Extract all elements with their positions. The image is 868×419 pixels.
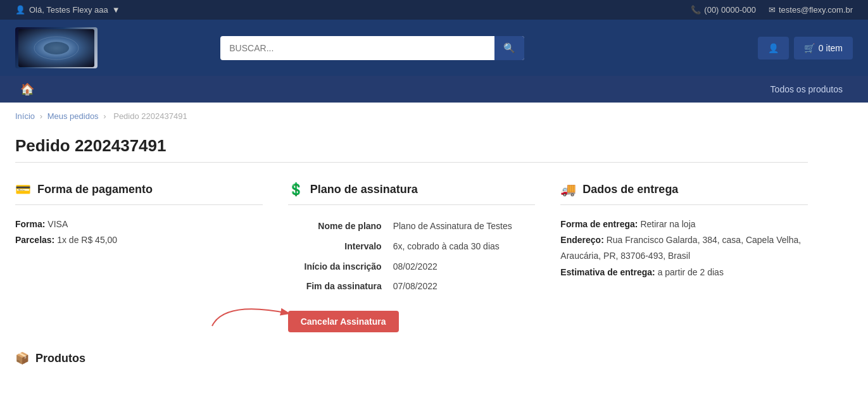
delivery-forma: Forma de entrega: Retirar na loja	[560, 216, 808, 232]
title-divider	[15, 162, 808, 163]
arrow-svg	[206, 294, 294, 332]
breadcrumb-sep1: ›	[40, 111, 42, 121]
all-products-link[interactable]: Todos os produtos	[760, 78, 853, 101]
phone-number: (00) 0000-000	[704, 5, 756, 15]
user-icon: 👤	[15, 5, 25, 15]
subscription-divider	[288, 204, 536, 205]
subscription-row-label: Início da inscrição	[288, 257, 389, 277]
phone-icon: 📞	[691, 5, 701, 15]
payment-parcelas-label: Parcelas:	[15, 235, 54, 245]
delivery-divider	[560, 204, 808, 205]
delivery-body: Forma de entrega: Retirar na loja Endere…	[560, 216, 808, 280]
subscription-table-row: Intervalo 6x, cobrado à cada 30 dias	[288, 237, 536, 257]
email-address: testes@flexy.com.br	[779, 5, 853, 15]
delivery-estimativa: Estimativa de entrega: a partir de 2 dia…	[560, 265, 808, 280]
subscription-section-header: 💲 Plano de assinatura	[288, 182, 536, 197]
delivery-estimativa-label: Estimativa de entrega:	[560, 267, 655, 277]
breadcrumb-current: Pedido 2202437491	[113, 111, 187, 121]
svg-point-2	[44, 42, 69, 54]
payment-section: 💳 Forma de pagamento Forma: VISA Parcela…	[15, 182, 263, 248]
subscription-row-value: 6x, cobrado à cada 30 dias	[389, 237, 536, 257]
home-icon[interactable]: 🏠	[15, 76, 39, 103]
delivery-icon: 🚚	[560, 182, 576, 197]
delivery-estimativa-value: a partir de 2 dias	[658, 267, 724, 277]
subscription-row-label: Fim da assinatura	[288, 277, 389, 297]
produtos-title: Produtos	[35, 352, 85, 365]
top-bar: 👤 Olá, Testes Flexy aaa ▼ 📞 (00) 0000-00…	[0, 0, 868, 20]
cart-button[interactable]: 🛒 0 item	[794, 37, 853, 59]
payment-forma-value: VISA	[47, 219, 68, 229]
payment-forma: Forma: VISA	[15, 216, 263, 232]
top-bar-left: 👤 Olá, Testes Flexy aaa ▼	[15, 5, 120, 15]
cancel-area: Cancelar Assinatura	[288, 311, 536, 332]
email-icon: ✉	[769, 5, 776, 15]
delivery-title: Dados de entrega	[582, 183, 678, 196]
subscription-table-row: Nome de plano Plano de Assinatura de Tes…	[288, 216, 536, 237]
payment-parcelas: Parcelas: 1x de R$ 45,00	[15, 232, 263, 248]
header-actions: 👤 🛒 0 item	[758, 37, 853, 59]
delivery-section: 🚚 Dados de entrega Forma de entrega: Ret…	[560, 182, 808, 280]
cart-count: 0 item	[819, 43, 843, 53]
header: 🔍 👤 🛒 0 item	[0, 20, 868, 76]
subscription-row-label: Nome de plano	[288, 216, 389, 237]
user-greeting[interactable]: 👤 Olá, Testes Flexy aaa ▼	[15, 5, 120, 15]
breadcrumb-orders[interactable]: Meus pedidos	[47, 111, 99, 121]
subscription-row-value: 07/08/2022	[389, 277, 536, 297]
cancel-btn-wrapper: Cancelar Assinatura	[288, 311, 399, 332]
payment-parcelas-value: 1x de R$ 45,00	[57, 235, 117, 245]
search-icon: 🔍	[503, 42, 515, 53]
logo[interactable]	[15, 27, 97, 68]
delivery-endereco-label: Endereço:	[560, 235, 603, 245]
subscription-icon: 💲	[288, 182, 304, 197]
nav-bar: 🏠 Todos os produtos	[0, 76, 868, 103]
cancel-subscription-button[interactable]: Cancelar Assinatura	[288, 311, 399, 332]
greeting-text: Olá, Testes Flexy aaa	[29, 5, 108, 15]
account-icon: 👤	[768, 43, 779, 53]
payment-title: Forma de pagamento	[37, 183, 153, 196]
breadcrumb-sep2: ›	[103, 111, 106, 121]
sections-row: 💳 Forma de pagamento Forma: VISA Parcela…	[15, 182, 808, 332]
subscription-table-row: Fim da assinatura 07/08/2022	[288, 277, 536, 297]
breadcrumb-home[interactable]: Início	[15, 111, 35, 121]
subscription-table-row: Início da inscrição 08/02/2022	[288, 257, 536, 277]
nav-links: Todos os produtos	[760, 78, 853, 101]
payment-body: Forma: VISA Parcelas: 1x de R$ 45,00	[15, 216, 263, 248]
delivery-forma-value: Retirar na loja	[640, 219, 695, 229]
payment-icon: 💳	[15, 182, 31, 197]
delivery-endereco: Endereço: Rua Francisco Galarda, 384, ca…	[560, 232, 808, 264]
subscription-body: Nome de plano Plano de Assinatura de Tes…	[288, 216, 536, 332]
produtos-header: 📦 Produtos	[15, 351, 808, 365]
payment-section-header: 💳 Forma de pagamento	[15, 182, 263, 197]
page-content: Pedido 2202437491 💳 Forma de pagamento F…	[0, 126, 823, 398]
search-button[interactable]: 🔍	[494, 36, 524, 60]
subscription-row-value: Plano de Assinatura de Testes	[389, 216, 536, 237]
produtos-section: 📦 Produtos	[15, 351, 808, 365]
payment-forma-label: Forma:	[15, 219, 45, 229]
phone-info: 📞 (00) 0000-000	[691, 5, 756, 15]
user-account-button[interactable]: 👤	[758, 37, 789, 59]
payment-divider	[15, 204, 263, 205]
cart-icon: 🛒	[804, 43, 815, 53]
page-title: Pedido 2202437491	[15, 136, 808, 156]
email-info: ✉ testes@flexy.com.br	[769, 5, 853, 15]
delivery-section-header: 🚚 Dados de entrega	[560, 182, 808, 197]
search-input[interactable]	[220, 37, 494, 59]
search-bar: 🔍	[220, 36, 524, 60]
subscription-row-value: 08/02/2022	[389, 257, 536, 277]
top-bar-right: 📞 (00) 0000-000 ✉ testes@flexy.com.br	[691, 5, 853, 15]
produtos-icon: 📦	[15, 351, 29, 365]
breadcrumb: Início › Meus pedidos › Pedido 220243749…	[0, 103, 868, 126]
subscription-title: Plano de assinatura	[310, 183, 418, 196]
subscription-table: Nome de plano Plano de Assinatura de Tes…	[288, 216, 536, 297]
subscription-section: 💲 Plano de assinatura Nome de plano Plan…	[288, 182, 536, 332]
logo-image	[18, 29, 94, 67]
dropdown-icon: ▼	[112, 5, 120, 15]
delivery-forma-label: Forma de entrega:	[560, 219, 638, 229]
subscription-row-label: Intervalo	[288, 237, 389, 257]
